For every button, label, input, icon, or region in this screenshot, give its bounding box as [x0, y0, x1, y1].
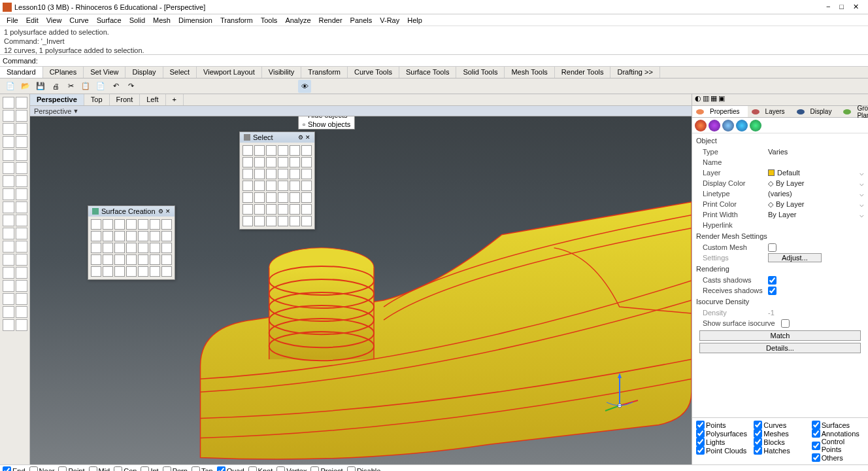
surface-tool-icon[interactable] [161, 231, 172, 241]
filter-polysurfaces[interactable]: Polysurfaces [696, 429, 748, 438]
tool-button[interactable] [16, 201, 27, 213]
select-tool-icon[interactable] [301, 169, 312, 179]
aux-icon[interactable]: ▣ [718, 94, 725, 105]
osnap-tan[interactable]: Tan [192, 466, 213, 471]
tool-button[interactable] [16, 306, 27, 318]
gumball-widget[interactable] [600, 373, 639, 412]
select-tool-icon[interactable] [266, 192, 276, 203]
adjust-button[interactable]: Adjust... [768, 253, 822, 262]
undo-icon[interactable]: ↶ [109, 80, 122, 93]
tool-button[interactable] [3, 306, 14, 318]
surface-tool-icon[interactable] [114, 219, 125, 230]
menu-analyze[interactable]: Analyze [281, 16, 314, 24]
tool-button[interactable] [16, 162, 27, 174]
surface-tool-icon[interactable] [138, 243, 148, 253]
surface-tool-icon[interactable] [126, 266, 137, 277]
select-tool-icon[interactable] [266, 216, 276, 226]
select-tool-icon[interactable] [266, 204, 276, 215]
select-tool-icon[interactable] [254, 157, 265, 167]
tab-ground-plane[interactable]: Ground Plane [839, 106, 868, 117]
menu-view[interactable]: View [42, 16, 66, 24]
select-tool-icon[interactable] [242, 157, 253, 167]
decal-props-icon[interactable] [736, 120, 748, 131]
select-tool-icon[interactable] [301, 192, 312, 203]
surface-tool-icon[interactable] [103, 231, 113, 241]
aux-icon[interactable]: ▥ [703, 94, 709, 105]
cut-icon[interactable]: ✂ [64, 80, 77, 93]
filter-hatches[interactable]: Hatches [754, 446, 806, 455]
tool-button[interactable] [3, 188, 14, 200]
select-tool-icon[interactable] [254, 192, 265, 203]
surface-tool-icon[interactable] [126, 254, 137, 265]
select-tool-icon[interactable] [266, 157, 276, 167]
select-tool-icon[interactable] [254, 204, 265, 215]
select-tool-icon[interactable] [254, 145, 265, 156]
tool-button[interactable] [16, 293, 27, 305]
select-tool-icon[interactable] [254, 181, 265, 191]
osnap-end[interactable]: End [3, 466, 25, 471]
tool-button[interactable] [16, 123, 27, 135]
vray-props-icon[interactable] [750, 120, 761, 131]
tool-button[interactable] [16, 215, 27, 226]
tool-button[interactable] [16, 241, 27, 253]
surface-tool-icon[interactable] [150, 231, 160, 241]
select-tool-icon[interactable] [290, 204, 300, 215]
surface-tool-icon[interactable] [114, 243, 125, 253]
checkbox-custom-mesh[interactable] [768, 243, 776, 252]
surface-tool-icon[interactable] [161, 243, 172, 253]
aux-icon[interactable]: ◐ [695, 94, 701, 105]
viewport-3d[interactable]: ▪Hide objects ▫Show objects Surface Crea… [30, 116, 692, 464]
checkbox-receives-shadows[interactable] [768, 287, 776, 295]
select-tool-icon[interactable] [290, 192, 300, 203]
tool-button[interactable] [16, 280, 27, 292]
osnap-point[interactable]: Point [58, 466, 84, 471]
new-icon[interactable]: 📄 [4, 80, 17, 93]
view-tab-top[interactable]: Top [84, 94, 110, 105]
toolbar-tab[interactable]: CPlanes [43, 67, 84, 78]
tool-button[interactable] [3, 110, 14, 122]
surface-tool-icon[interactable] [91, 219, 101, 230]
filter-surfaces[interactable]: Surfaces [812, 421, 864, 429]
osnap-perp[interactable]: Perp [163, 466, 188, 471]
tool-button[interactable] [3, 149, 14, 161]
surface-tool-icon[interactable] [138, 231, 148, 241]
toolbar-tab[interactable]: Curve Tools [348, 67, 399, 78]
select-tool-icon[interactable] [278, 145, 288, 156]
select-tool-icon[interactable] [290, 169, 300, 179]
filter-points[interactable]: Points [696, 421, 748, 429]
surface-tool-icon[interactable] [161, 266, 172, 277]
view-tab-front[interactable]: Front [110, 94, 141, 105]
osnap-knot[interactable]: Knot [248, 466, 273, 471]
filter-lights[interactable]: Lights [696, 438, 748, 446]
property-value[interactable]: ◇By Layer⌵ [768, 200, 864, 209]
tool-button[interactable] [3, 123, 14, 135]
select-tool-icon[interactable] [242, 145, 253, 156]
menu-solid[interactable]: Solid [125, 16, 149, 24]
view-tab-left[interactable]: Left [140, 94, 165, 105]
surface-tool-icon[interactable] [138, 254, 148, 265]
tool-button[interactable] [16, 319, 27, 331]
tool-button[interactable] [3, 162, 14, 174]
tab-properties[interactable]: Properties [692, 106, 748, 117]
filter-controlpoints[interactable]: Control Points [812, 438, 864, 453]
close-button[interactable]: ✕ [853, 3, 859, 11]
menu-curve[interactable]: Curve [65, 16, 92, 24]
select-tool-icon[interactable] [278, 157, 288, 167]
object-props-icon[interactable] [695, 120, 707, 131]
toolbar-tab[interactable]: Viewport Layout [197, 67, 262, 78]
toolbar-tab[interactable]: Solid Tools [456, 67, 505, 78]
surface-tool-icon[interactable] [150, 254, 160, 265]
toolbar-tab[interactable]: Set View [84, 67, 125, 78]
tool-button[interactable] [16, 254, 27, 266]
select-tool-icon[interactable] [278, 169, 288, 179]
tool-button[interactable] [3, 201, 14, 213]
menu-dimension[interactable]: Dimension [175, 16, 216, 24]
save-icon[interactable]: 💾 [34, 80, 47, 93]
select-tool-icon[interactable] [278, 204, 288, 215]
select-tool-icon[interactable] [278, 216, 288, 226]
menu-render[interactable]: Render [315, 16, 346, 24]
tool-button[interactable] [3, 267, 14, 279]
select-tool-icon[interactable] [301, 157, 312, 167]
surface-tool-icon[interactable] [161, 219, 172, 230]
select-tool-icon[interactable] [278, 192, 288, 203]
